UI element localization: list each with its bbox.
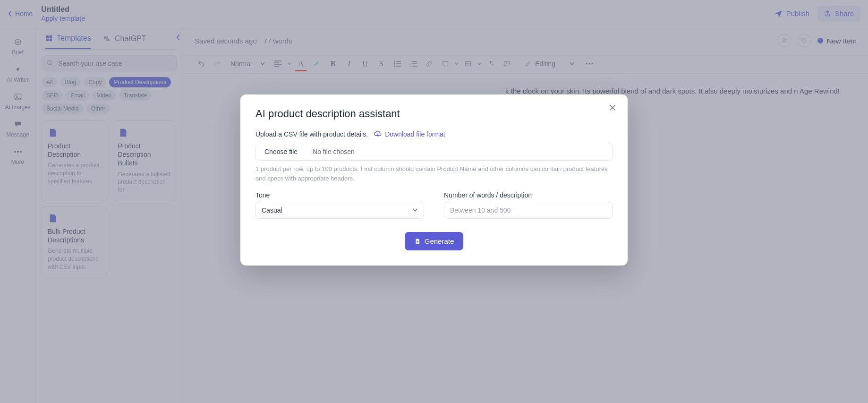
choose-file-button[interactable]: Choose file xyxy=(256,143,306,160)
tone-value: Casual xyxy=(262,206,282,214)
words-label: Number of words / description xyxy=(444,191,613,199)
modal-close-button[interactable] xyxy=(608,103,619,114)
field-row: Tone Casual Number of words / descriptio… xyxy=(255,191,613,219)
tone-select[interactable]: Casual xyxy=(255,202,424,219)
file-input-row: Choose file No file chosen xyxy=(255,143,613,161)
generate-wrap: Generate xyxy=(255,232,613,250)
modal-title: AI product description assistant xyxy=(255,108,613,120)
file-status: No file chosen xyxy=(306,143,361,160)
file-hint: 1 product per row, up to 100 products. F… xyxy=(255,164,613,183)
tone-field: Tone Casual xyxy=(255,191,424,219)
generate-button[interactable]: Generate xyxy=(405,232,464,250)
upload-label: Upload a CSV file with product details. xyxy=(255,130,368,138)
tone-label: Tone xyxy=(255,191,424,199)
modal-overlay[interactable]: AI product description assistant Upload … xyxy=(0,0,868,403)
close-icon xyxy=(608,103,617,112)
words-field: Number of words / description xyxy=(444,191,613,219)
download-label: Download file format xyxy=(385,130,445,138)
upload-row: Upload a CSV file with product details. … xyxy=(255,130,613,138)
modal: AI product description assistant Upload … xyxy=(240,94,628,266)
generate-label: Generate xyxy=(425,237,454,245)
download-format-link[interactable]: Download file format xyxy=(374,130,445,138)
cloud-download-icon xyxy=(374,131,382,137)
file-plus-icon xyxy=(414,238,421,245)
chevron-down-icon xyxy=(412,208,418,212)
words-input[interactable] xyxy=(444,202,613,219)
